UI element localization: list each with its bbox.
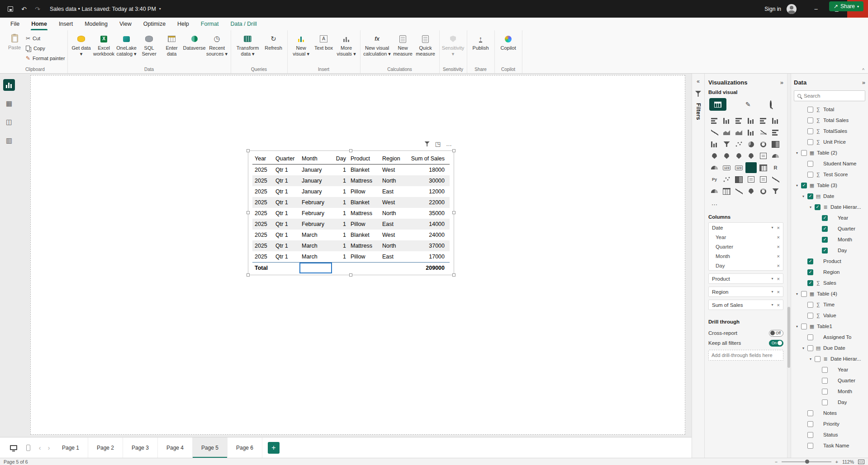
cell-day[interactable]: 1	[332, 186, 348, 197]
visual-type-icon[interactable]	[757, 174, 769, 185]
ribbon-button[interactable]: Quick measure	[414, 31, 437, 57]
visual-type-icon[interactable]	[708, 150, 721, 162]
cell-quarter[interactable]: Qtr 1	[273, 175, 299, 186]
ribbon-button[interactable]: New visual calculation ▾	[363, 31, 392, 57]
field-checkbox[interactable]	[807, 107, 813, 113]
field-label[interactable]: Product	[823, 258, 841, 264]
field-checkbox[interactable]	[815, 356, 821, 362]
zoom-out-button[interactable]: −	[775, 459, 778, 465]
visual-type-icon[interactable]	[769, 174, 782, 185]
cell-month[interactable]: March	[299, 251, 332, 262]
cell-year[interactable]: 2025	[252, 197, 273, 208]
field-label[interactable]: Day	[838, 399, 847, 405]
field-list-item[interactable]: Day	[794, 397, 865, 408]
page-tab[interactable]: Page 4	[158, 437, 193, 458]
remove-field-icon[interactable]: ×	[777, 244, 780, 249]
field-well-row[interactable]: Date ▾ ×	[709, 223, 783, 232]
redo-icon[interactable]: ↷	[31, 0, 44, 18]
cell-region[interactable]: North	[380, 208, 405, 219]
resize-handle[interactable]	[247, 211, 250, 214]
cell-day[interactable]: 1	[332, 208, 348, 219]
resize-handle[interactable]	[247, 273, 250, 277]
field-label[interactable]: TotalSales	[823, 128, 847, 134]
page-tab[interactable]: Page 5	[193, 437, 228, 458]
undo-icon[interactable]: ↶	[17, 0, 31, 18]
field-list-item[interactable]: ▾ ▦ Table (4)	[794, 288, 865, 299]
page-tab[interactable]: Page 1	[53, 437, 88, 458]
total-empty-cell[interactable]	[273, 263, 299, 273]
report-view-button[interactable]	[3, 79, 15, 91]
visual-type-icon[interactable]	[733, 162, 745, 174]
build-visual-tab[interactable]	[709, 98, 726, 111]
remove-field-icon[interactable]: ×	[777, 254, 780, 259]
ribbon-tab[interactable]: Optimize	[138, 18, 171, 30]
cell-region[interactable]: North	[380, 240, 405, 251]
field-label[interactable]: Date Hierar...	[830, 204, 861, 210]
cell-sales[interactable]: 17000	[405, 251, 447, 262]
field-checkbox[interactable]	[807, 280, 813, 286]
expand-chevron-icon[interactable]: ▾	[795, 324, 799, 329]
visual-type-icon[interactable]	[733, 138, 745, 150]
table-header-cell[interactable]: Region	[380, 153, 405, 164]
cell-product[interactable]: Pillow	[348, 219, 380, 230]
keep-all-filters-toggle[interactable]: On	[769, 340, 783, 347]
ribbon-button[interactable]: More visuals ▾	[335, 31, 358, 57]
ribbon-button[interactable]: Recent sources ▾	[206, 31, 228, 57]
field-checkbox[interactable]	[807, 117, 813, 123]
page-tab[interactable]: Page 2	[88, 437, 123, 458]
page-tab[interactable]: Page 3	[123, 437, 158, 458]
cell-sales[interactable]: 37000	[405, 240, 447, 251]
expand-chevron-icon[interactable]: ▾	[801, 194, 806, 198]
visual-type-icon[interactable]	[721, 115, 733, 127]
cell-year[interactable]: 2025	[252, 164, 273, 175]
field-label[interactable]: Value	[823, 313, 836, 318]
cell-region[interactable]: West	[380, 197, 405, 208]
report-canvas[interactable]: ◳ … Year Quarter Month Day Product	[18, 74, 692, 437]
resize-handle[interactable]	[247, 149, 250, 152]
cell-month[interactable]: January	[299, 164, 332, 175]
table-header-cell[interactable]: Day	[332, 153, 348, 164]
fit-to-page-icon[interactable]	[858, 460, 864, 464]
model-view-button[interactable]: ◫	[3, 116, 15, 128]
report-page[interactable]: ◳ … Year Quarter Month Day Product	[30, 75, 685, 435]
cell-day[interactable]: 1	[332, 251, 348, 262]
field-list-item[interactable]: ∑ Total	[794, 104, 865, 115]
field-checkbox[interactable]	[807, 345, 813, 351]
visual-type-icon[interactable]	[745, 127, 757, 138]
resize-handle[interactable]	[452, 149, 455, 152]
visual-type-icon[interactable]	[708, 138, 721, 150]
ribbon-tab[interactable]: Data / Drill	[224, 18, 262, 30]
field-chip[interactable]: Region ▾ ×	[708, 287, 783, 297]
field-list-item[interactable]: ▾ ▤ Date	[794, 191, 865, 202]
cell-year[interactable]: 2025	[252, 186, 273, 197]
ribbon-button[interactable]: New measure	[392, 31, 414, 57]
total-empty-cell[interactable]	[348, 263, 380, 273]
field-list-item[interactable]: Priority	[794, 418, 865, 429]
share-button[interactable]: ↗ Share ▾	[829, 1, 863, 11]
cell-product[interactable]: Pillow	[348, 251, 380, 262]
visual-type-icon[interactable]	[721, 185, 733, 197]
search-input[interactable]	[804, 93, 862, 99]
field-checkbox[interactable]	[801, 324, 807, 329]
field-checkbox[interactable]	[807, 161, 813, 167]
resize-handle[interactable]	[349, 273, 352, 277]
field-label[interactable]: Table1	[817, 324, 832, 329]
field-checkbox[interactable]	[807, 443, 813, 449]
previous-page-arrow[interactable]: ‹	[35, 444, 44, 451]
field-checkbox[interactable]	[807, 128, 813, 134]
visual-type-icon[interactable]	[745, 138, 757, 150]
field-checkbox[interactable]	[822, 237, 828, 243]
field-list-item[interactable]: ∑ Total Sales	[794, 115, 865, 126]
table-header-cell[interactable]: Product	[348, 153, 380, 164]
field-list-item[interactable]: Year	[794, 212, 865, 223]
field-label[interactable]: Test Score	[823, 172, 848, 177]
expand-chevron-icon[interactable]: ▾	[795, 151, 799, 155]
field-caret-icon[interactable]: ▾	[772, 277, 773, 281]
field-checkbox[interactable]	[807, 313, 813, 319]
visual-type-icon[interactable]	[708, 197, 721, 209]
field-label[interactable]: Task Name	[823, 443, 849, 448]
cell-region[interactable]: East	[380, 251, 405, 262]
cell-quarter[interactable]: Qtr 1	[273, 186, 299, 197]
save-icon[interactable]	[4, 0, 17, 18]
cell-quarter[interactable]: Qtr 1	[273, 251, 299, 262]
